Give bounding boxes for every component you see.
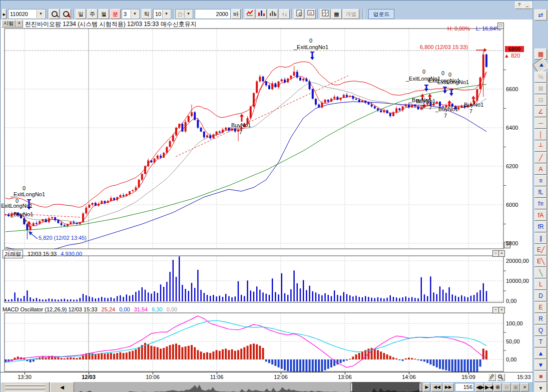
last-time-label: 15:33: [517, 374, 531, 380]
tab-close-icon[interactable]: ×: [16, 20, 23, 28]
upload-button[interactable]: 업로드: [368, 9, 394, 19]
line-chart-icon[interactable]: L: [534, 279, 547, 290]
stock-search-recent-button[interactable]: [61, 9, 71, 19]
high-percent-label: H: 0,00%: [447, 26, 470, 32]
bar-count-value: 2000: [216, 11, 228, 17]
macd-chart[interactable]: [1, 305, 532, 372]
toolbar-expand-button[interactable]: ▸: [2, 9, 7, 19]
period-day-button[interactable]: 일: [76, 9, 86, 19]
quote-list-icon[interactable]: Q: [534, 325, 547, 336]
count-mode-combo: 건수 ▼: [175, 9, 193, 19]
parallel-lines-icon[interactable]: ∥: [534, 233, 547, 244]
stock-search-button[interactable]: [49, 9, 60, 19]
pen-icon[interactable]: ╲: [534, 267, 547, 278]
fast-back-button[interactable]: ◀◀: [431, 383, 442, 391]
sort-updown-icon[interactable]: ↑↓: [279, 9, 290, 19]
refresh-icon[interactable]: ⇄: [534, 10, 547, 21]
tick-interval-value: 10: [155, 11, 161, 17]
period-month-button[interactable]: 월: [99, 9, 109, 19]
colored-bars-icon[interactable]: [256, 9, 267, 19]
arrow-up-icon[interactable]: ▲: [534, 348, 547, 359]
help-button[interactable]: ?: [515, 2, 523, 9]
pane-maximize-icon[interactable]: □: [497, 23, 504, 29]
chevron-down-icon[interactable]: ▼: [37, 10, 45, 18]
chart-layout-icon[interactable]: ▦: [534, 49, 547, 60]
price-chart[interactable]: [1, 28, 532, 249]
scroll-grip[interactable]: [1, 382, 50, 392]
price-callout-low: 5,820 (12/02 13:45): [39, 235, 87, 241]
vertical-line-icon[interactable]: │: [534, 129, 547, 140]
scroll-right-button[interactable]: ▶: [423, 383, 430, 391]
minute-interval-combo[interactable]: 3 ▼: [122, 9, 140, 19]
drawing-toolbar: ⇄▦◄%⊠⊟∠─│┴╱A≡fLf≡fAfR∥E╱E╲╲LDERQT▲▼■▾: [532, 1, 548, 392]
period-minute-button[interactable]: 분: [110, 9, 121, 19]
tick-interval-combo[interactable]: 10 ▼: [153, 9, 171, 19]
signal-label: 0: [448, 72, 451, 78]
fit-chart-button: ▣: [511, 383, 520, 391]
time-axis: 13:3012/0310:0611:0612:0613:0614:0615:09…: [1, 372, 532, 382]
time-axis-label: 11:06: [210, 374, 224, 380]
stock-code-combo[interactable]: 110020 ▼: [8, 9, 46, 19]
chevron-down-icon: ▼: [184, 10, 192, 18]
diagonal-line-icon[interactable]: ╱: [534, 152, 547, 163]
bar-unit-button[interactable]: 바: [231, 9, 241, 19]
bottom-scrollbar[interactable]: ◀ ▶◀◀▶▶ 156 ◀▶▶◀⊕⊖▣×: [1, 382, 532, 392]
minimap-view-window[interactable]: [74, 382, 423, 392]
horizontal-line-icon[interactable]: ─: [534, 118, 547, 129]
macd-value-macd: 31,54: [134, 306, 148, 312]
stop-mark-icon[interactable]: ■: [534, 371, 547, 382]
elliott-wave-icon[interactable]: E╱: [534, 244, 547, 255]
macd-header: MACD Oscillator (12,26,9) 12/03 15:33 25…: [3, 306, 177, 312]
scroll-left-button[interactable]: ◀: [50, 382, 74, 392]
screen-settings-icon[interactable]: R: [305, 9, 316, 19]
period-week-button[interactable]: 주: [87, 9, 98, 19]
fibonacci-line-icon[interactable]: fL: [534, 187, 547, 198]
zoom-in-button[interactable]: ⊕: [493, 383, 502, 391]
split-chart-icon[interactable]: [320, 9, 330, 19]
text-tool-icon[interactable]: T: [534, 336, 547, 347]
application-window: ▸ 110020 ▼ 일 주 월 분 3 ▼ 틱 10 ▼ 건수 ▼ 2000 …: [0, 0, 548, 392]
new-document-icon[interactable]: [294, 9, 304, 19]
arrow-down-icon[interactable]: ▼: [534, 359, 547, 370]
visible-bar-count-input[interactable]: 156: [455, 383, 474, 391]
volume-close-icon[interactable]: ×: [498, 250, 505, 257]
ratio-chart-icon[interactable]: R: [534, 313, 547, 324]
fast-forward-button[interactable]: ▶▶: [443, 383, 454, 391]
zoom-magnifier-button[interactable]: [497, 373, 505, 381]
expand-bars-button[interactable]: ◀▶: [475, 383, 484, 391]
price-axis-label: 5800: [506, 240, 518, 246]
tab-test[interactable]: 시험: [2, 20, 16, 28]
fibonacci-retracement-icon[interactable]: fR: [534, 221, 547, 232]
chevron-down-icon[interactable]: ▼: [162, 10, 170, 18]
grid-view-icon[interactable]: ▦: [331, 9, 342, 19]
bar-count-input[interactable]: 2000: [195, 9, 231, 19]
histogram-icon[interactable]: [268, 9, 278, 19]
elliott-impulse-icon[interactable]: E╲: [534, 256, 547, 267]
period-tick-button[interactable]: 틱: [142, 9, 152, 19]
zoom-out-button: ⊖: [502, 383, 511, 391]
multi-line-icon[interactable]: ≡: [534, 175, 547, 186]
percent-icon: %: [534, 72, 547, 83]
signal-label: ExitLongNo1: [1, 203, 33, 209]
day-chart-icon[interactable]: D: [534, 290, 547, 301]
minimize-button[interactable]: _: [523, 2, 531, 9]
trendline-icon[interactable]: ∠: [534, 106, 547, 117]
text-note-icon[interactable]: A: [534, 164, 547, 175]
chevron-down-icon[interactable]: ▼: [131, 10, 139, 18]
signal-chart-icon[interactable]: [245, 9, 255, 19]
baseline-icon[interactable]: ┴: [534, 141, 547, 152]
chart-area[interactable]: H: 0,00% L: 16,84% □ 6,800 (12/03 15:33)…: [1, 28, 532, 381]
close-scroll-button[interactable]: ×: [520, 383, 529, 391]
annotate-pencil-button[interactable]: [488, 373, 496, 381]
scroll-nav-zone: ▶◀◀▶▶ 156 ◀▶▶◀⊕⊖▣×: [423, 382, 532, 392]
current-price-badge: 6800: [505, 46, 524, 52]
macd-close-icon[interactable]: ×: [498, 307, 505, 313]
more-chevron-icon[interactable]: ▾: [534, 382, 547, 392]
fibonacci-fan-icon[interactable]: f≡: [534, 198, 547, 209]
search-icon: [52, 11, 58, 17]
erase-one-icon: ⊠: [534, 83, 547, 94]
shrink-bars-button[interactable]: ▶◀: [484, 383, 493, 391]
fibonacci-arc-icon[interactable]: fA: [534, 210, 547, 221]
signal-label: _ExitLongNo1: [11, 191, 45, 197]
equal-chart-icon[interactable]: E: [534, 302, 547, 313]
